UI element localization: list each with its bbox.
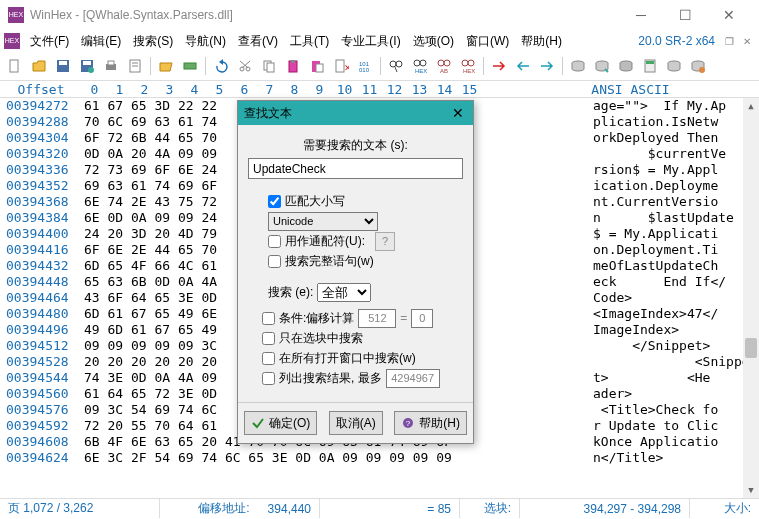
- save-icon[interactable]: [52, 55, 74, 77]
- menu-window[interactable]: 窗口(W): [460, 31, 515, 52]
- status-val: = 85: [320, 499, 460, 518]
- wildcards-label: 用作通配符(U):: [285, 233, 365, 250]
- version-label: 20.0 SR-2 x64: [638, 34, 719, 48]
- forward-icon[interactable]: [536, 55, 558, 77]
- disk4-icon[interactable]: [663, 55, 685, 77]
- offset-header: Offset: [0, 82, 82, 97]
- disk1-icon[interactable]: [567, 55, 589, 77]
- byte-col-header: 0: [82, 82, 107, 97]
- menu-help[interactable]: 帮助(H): [515, 31, 568, 52]
- menu-protools[interactable]: 专业工具(I): [335, 31, 406, 52]
- find-again-icon[interactable]: HEX: [457, 55, 479, 77]
- byte-col-header: 9: [307, 82, 332, 97]
- list-results-checkbox[interactable]: [262, 372, 275, 385]
- byte-col-header: 13: [407, 82, 432, 97]
- byte-col-header: 5: [207, 82, 232, 97]
- cond-offset-checkbox[interactable]: [262, 312, 275, 325]
- dialog-close-icon[interactable]: ✕: [449, 105, 467, 121]
- svg-point-33: [414, 60, 420, 66]
- ok-button[interactable]: 确定(O): [244, 411, 317, 435]
- svg-point-9: [88, 67, 94, 73]
- byte-col-header: 3: [157, 82, 182, 97]
- scroll-thumb[interactable]: [745, 338, 757, 358]
- svg-line-32: [395, 67, 397, 72]
- menu-file[interactable]: 文件(F): [24, 31, 75, 52]
- svg-rect-8: [83, 61, 91, 65]
- data-icon[interactable]: 101010: [354, 55, 376, 77]
- scroll-down-icon[interactable]: ▼: [743, 482, 759, 498]
- byte-col-header: 2: [132, 82, 157, 97]
- undo-icon[interactable]: [210, 55, 232, 77]
- cancel-button[interactable]: 取消(A): [329, 411, 383, 435]
- disk5-icon[interactable]: [687, 55, 709, 77]
- mdi-close-icon[interactable]: ✕: [739, 33, 755, 49]
- svg-text:HEX: HEX: [463, 68, 475, 74]
- saveas-icon[interactable]: [76, 55, 98, 77]
- disk3-icon[interactable]: [615, 55, 637, 77]
- find-icon[interactable]: [385, 55, 407, 77]
- calc-icon[interactable]: [639, 55, 661, 77]
- list-results-label: 列出搜索结果, 最多: [279, 370, 382, 387]
- menu-tools[interactable]: 工具(T): [284, 31, 335, 52]
- svg-point-34: [420, 60, 426, 66]
- open-disk-icon[interactable]: [155, 55, 177, 77]
- cut-icon[interactable]: [234, 55, 256, 77]
- menu-search[interactable]: 搜索(S): [127, 31, 179, 52]
- svg-rect-21: [267, 63, 274, 72]
- check-icon: [251, 416, 265, 430]
- menu-view[interactable]: 查看(V): [232, 31, 284, 52]
- help-button[interactable]: ? 帮助(H): [394, 411, 467, 435]
- maximize-button[interactable]: ☐: [663, 1, 707, 29]
- ascii-header: ANSI ASCII: [482, 82, 759, 97]
- svg-point-39: [462, 60, 468, 66]
- menu-nav[interactable]: 导航(N): [179, 31, 232, 52]
- dialog-titlebar[interactable]: 查找文本 ✕: [238, 101, 473, 125]
- whole-words-checkbox[interactable]: [268, 255, 281, 268]
- properties-icon[interactable]: [124, 55, 146, 77]
- vscrollbar[interactable]: ▲ ▼: [743, 98, 759, 498]
- copy-icon[interactable]: [258, 55, 280, 77]
- svg-point-49: [699, 67, 705, 73]
- match-case-checkbox[interactable]: [268, 195, 281, 208]
- paste-icon[interactable]: [306, 55, 328, 77]
- open-icon[interactable]: [28, 55, 50, 77]
- minimize-button[interactable]: ─: [619, 1, 663, 29]
- menu-options[interactable]: 选项(O): [407, 31, 460, 52]
- dialog-title: 查找文本: [244, 105, 292, 122]
- wildcards-checkbox[interactable]: [268, 235, 281, 248]
- list-max-input[interactable]: [386, 369, 440, 388]
- hex-header: Offset 0123456789101112131415 ANSI ASCII: [0, 80, 759, 98]
- status-sel-val: 394,297 - 394,298: [520, 499, 690, 518]
- direction-select[interactable]: 全部: [317, 283, 371, 302]
- find-text-icon[interactable]: AB: [433, 55, 455, 77]
- open-ram-icon[interactable]: [179, 55, 201, 77]
- find-text-dialog: 查找文本 ✕ 需要搜索的文本 (s): 匹配大小写 Unicode 用作通配符(…: [237, 100, 474, 444]
- new-icon[interactable]: [4, 55, 26, 77]
- svg-rect-23: [291, 60, 295, 63]
- clipboard-icon[interactable]: [282, 55, 304, 77]
- only-block-checkbox[interactable]: [262, 332, 275, 345]
- svg-point-31: [396, 61, 402, 67]
- scroll-up-icon[interactable]: ▲: [743, 98, 759, 114]
- doc-icon: HEX: [4, 33, 20, 49]
- svg-rect-6: [59, 61, 67, 65]
- cond-val1-input[interactable]: [358, 309, 396, 328]
- encoding-select[interactable]: Unicode: [268, 212, 378, 231]
- print-icon[interactable]: [100, 55, 122, 77]
- all-windows-checkbox[interactable]: [262, 352, 275, 365]
- menu-edit[interactable]: 编辑(E): [75, 31, 127, 52]
- mdi-restore-icon[interactable]: ❐: [721, 33, 737, 49]
- svg-text:HEX: HEX: [415, 68, 427, 74]
- disk2-icon[interactable]: [591, 55, 613, 77]
- goto-icon[interactable]: [488, 55, 510, 77]
- cond-val2-input[interactable]: [411, 309, 433, 328]
- wildcards-hint-button[interactable]: ?: [375, 232, 395, 251]
- byte-col-header: 7: [257, 82, 282, 97]
- svg-rect-26: [336, 60, 344, 72]
- back-icon[interactable]: [512, 55, 534, 77]
- find-hex-icon[interactable]: HEX: [409, 55, 431, 77]
- search-text-input[interactable]: [248, 158, 463, 179]
- delete-icon[interactable]: ✕: [330, 55, 352, 77]
- close-button[interactable]: ✕: [707, 1, 751, 29]
- status-offset-val: 394,440: [268, 502, 311, 516]
